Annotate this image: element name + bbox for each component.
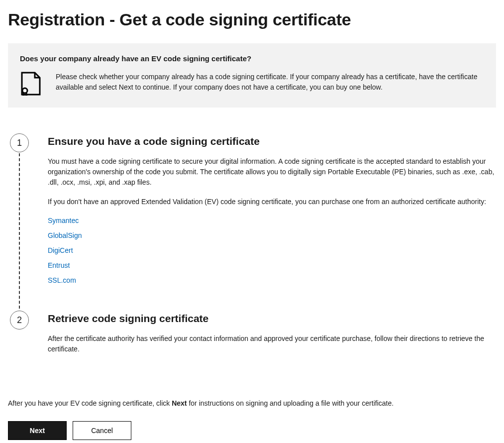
info-box-title: Does your company already have an EV cod… [20, 54, 484, 63]
step-2-title: Retrieve code signing certificate [48, 313, 496, 325]
step-1: 1 Ensure you have a code signing certifi… [8, 135, 496, 285]
footer-pre: After you have your EV code signing cert… [8, 399, 172, 407]
footer-bold: Next [172, 399, 187, 407]
step-1-title: Ensure you have a code signing certifica… [48, 135, 496, 147]
step-1-para1: You must have a code signing certificate… [48, 156, 496, 188]
footer-instruction: After you have your EV code signing cert… [8, 399, 496, 407]
info-box: Does your company already have an EV cod… [8, 43, 496, 108]
certificate-icon [20, 72, 42, 96]
step-2-para1: After the certificate authority has veri… [48, 333, 496, 354]
cancel-button[interactable]: Cancel [73, 421, 131, 440]
ca-link-digicert[interactable]: DigiCert [48, 246, 73, 254]
info-box-text: Please check whether your company alread… [56, 72, 484, 93]
page-title: Registration - Get a code signing certif… [8, 10, 496, 29]
ca-link-globalsign[interactable]: GlobalSign [48, 231, 82, 239]
step-2: 2 Retrieve code signing certificate Afte… [8, 313, 496, 354]
ca-link-symantec[interactable]: Symantec [48, 217, 79, 224]
step-number-1: 1 [10, 133, 29, 152]
svg-point-0 [22, 88, 27, 93]
step-number-2: 2 [10, 311, 29, 330]
ca-link-entrust[interactable]: Entrust [48, 261, 70, 269]
step-connector [19, 153, 20, 309]
next-button[interactable]: Next [8, 421, 67, 440]
button-row: Next Cancel [8, 421, 496, 440]
ca-link-sslcom[interactable]: SSL.com [48, 276, 76, 284]
step-1-para2: If you don't have an approved Extended V… [48, 197, 496, 207]
footer-post: for instructions on signing and uploadin… [187, 399, 394, 407]
ca-links: Symantec GlobalSign DigiCert Entrust SSL… [48, 216, 496, 285]
